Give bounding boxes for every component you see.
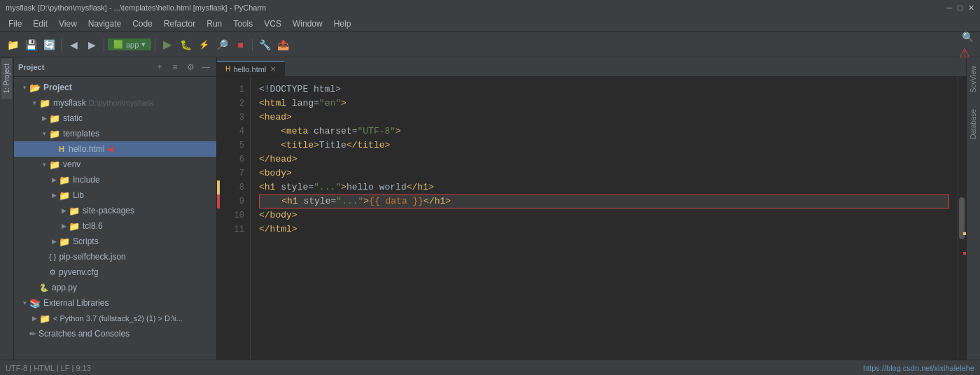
code-token: body — [265, 167, 286, 181]
code-line-6: </head> — [259, 153, 949, 167]
tree-item-mysflask[interactable]: ▾ 📁 mysflask D:\python\mysflask — [14, 95, 216, 111]
profile-btn[interactable]: 🔎 — [214, 36, 230, 53]
editor-tab-hello-html[interactable]: H hello.html ✕ — [217, 61, 285, 76]
tree-item-lib[interactable]: ▶ 📁 Lib — [14, 188, 216, 203]
tree-item-scripts[interactable]: ▶ 📁 Scripts — [14, 234, 216, 249]
tree-item-pyvenv-cfg[interactable]: ⚙ pyvenv.cfg — [14, 264, 216, 280]
run-btn[interactable]: ▶ — [159, 36, 176, 53]
maximize-btn[interactable]: □ — [958, 3, 962, 13]
code-token: > — [286, 111, 292, 125]
code-token: > — [445, 194, 451, 208]
code-token: < — [259, 97, 265, 111]
minimize-btn[interactable]: ─ — [947, 3, 953, 13]
gutter-line5 — [217, 139, 223, 153]
menu-help[interactable]: Help — [328, 17, 357, 30]
coverage-btn[interactable]: ⚡ — [195, 36, 212, 53]
tree-item-scratches[interactable]: ✏ Scratches and Consoles — [14, 326, 216, 341]
tree-item-pip-json[interactable]: { } pip-selfcheck.json — [14, 249, 216, 264]
tools-icon[interactable]: 🔧 — [256, 36, 273, 53]
back-icon[interactable]: ◀ — [65, 36, 82, 53]
project-icon[interactable]: 📁 — [4, 36, 21, 53]
menu-refactor[interactable]: Refactor — [158, 17, 201, 30]
right-tabs: ScvView Database — [966, 57, 980, 360]
tree-item-project[interactable]: ▾ 📂 Project — [14, 80, 216, 95]
scratches-icon: ✏ — [29, 330, 36, 339]
folder-icon: 📁 — [59, 236, 70, 247]
menu-run[interactable]: Run — [201, 17, 227, 30]
json-file-icon: { } — [49, 253, 56, 261]
code-token: title — [286, 139, 314, 153]
gutter-line9-mark — [217, 194, 220, 208]
code-token: < — [259, 111, 265, 125]
run-config-dropdown[interactable]: 🟩 app ▾ — [108, 38, 151, 50]
tree-item-static[interactable]: ▶ 📁 static — [14, 111, 216, 126]
search-everywhere-icon[interactable]: 🔍 — [959, 29, 976, 45]
tree-label: Lib — [73, 190, 84, 200]
tree-item-python37[interactable]: ▶ 📁 < Python 3.7 (fullstack_s2) (1) > D:… — [14, 311, 216, 326]
code-token: style — [275, 181, 308, 194]
tree-item-include[interactable]: ▶ 📁 Include — [14, 172, 216, 188]
tree-label: pyvenv.cfg — [59, 267, 98, 277]
sidebar-add-btn[interactable]: + — [153, 61, 166, 73]
tree-item-templates[interactable]: ▾ 📁 templates — [14, 126, 216, 141]
arrow-icon: ▶ — [59, 207, 69, 214]
code-token: </ — [259, 208, 270, 222]
toolbar-sep3 — [155, 38, 155, 51]
tab-close-icon[interactable]: ✕ — [270, 65, 276, 73]
tree-item-tcl[interactable]: ▶ 📁 tcl8.6 — [14, 218, 216, 234]
sidebar-minimize-btn[interactable]: — — [200, 61, 212, 73]
forward-icon[interactable]: ▶ — [83, 36, 100, 53]
sidebar-settings-btn[interactable]: ⚙ — [184, 61, 197, 73]
tree-item-app-py[interactable]: 🐍 app.py — [14, 280, 216, 295]
save-icon[interactable]: 💾 — [22, 36, 39, 53]
selection-arrow-icon: ◀ — [107, 144, 113, 154]
notification-icon[interactable]: ⚠ — [959, 46, 970, 60]
menu-navigate[interactable]: Navigate — [83, 17, 127, 30]
sidebar-collapse-btn[interactable]: ≡ — [169, 61, 181, 73]
database-tab[interactable]: Database — [968, 104, 979, 145]
code-line-4: <meta charset="UTF-8"> — [259, 125, 949, 139]
tree-label: tcl8.6 — [83, 221, 103, 231]
code-token: h1 — [287, 194, 298, 208]
line-num-6: 6 — [223, 153, 250, 167]
menu-window[interactable]: Window — [287, 17, 328, 30]
code-token: html — [270, 222, 292, 236]
line-num-9: 9 — [223, 194, 250, 208]
tree-item-site-packages[interactable]: ▶ 📁 site-packages — [14, 203, 216, 218]
folder-icon: 📁 — [59, 190, 70, 201]
statusbar-url: https://blog.csdn.net/xixihalelehe — [863, 364, 974, 372]
code-token: "en" — [319, 97, 341, 111]
arrow-icon: ▾ — [20, 84, 29, 91]
menu-vcs[interactable]: VCS — [258, 17, 287, 30]
tree-item-external-libs[interactable]: ▾ 📚 External Libraries — [14, 295, 216, 311]
code-token: {{ data }} — [369, 194, 424, 208]
menu-code[interactable]: Code — [127, 17, 158, 30]
code-editor[interactable]: 1 2 3 4 5 6 7 8 9 10 11 <!DOCTYPE html> — [217, 77, 966, 360]
code-token: > — [385, 139, 391, 153]
code-token: > — [363, 194, 369, 208]
menu-tools[interactable]: Tools — [227, 17, 258, 30]
stop-btn[interactable]: ■ — [232, 36, 248, 53]
cfg-file-icon: ⚙ — [49, 268, 56, 277]
sync-icon[interactable]: 🔄 — [41, 36, 57, 53]
menu-view[interactable]: View — [53, 17, 83, 30]
close-btn[interactable]: ✕ — [968, 3, 974, 13]
code-token: < — [259, 167, 265, 181]
deploy-icon[interactable]: 📤 — [274, 36, 291, 53]
code-content[interactable]: <!DOCTYPE html> <html lang="en"> <head> … — [251, 77, 958, 360]
tree-item-hello-html[interactable]: H hello.html ◀ — [14, 141, 216, 157]
tree-label: templates — [63, 129, 99, 139]
tree-item-venv[interactable]: ▾ 📁 venv — [14, 157, 216, 172]
tree-label: static — [63, 113, 83, 123]
scvview-tab[interactable]: ScvView — [968, 60, 979, 98]
scrollbar-area[interactable] — [958, 77, 966, 360]
tree-label: app.py — [52, 283, 77, 292]
folder-icon: 📁 — [69, 206, 80, 216]
menu-edit[interactable]: Edit — [27, 17, 53, 30]
debug-btn[interactable]: 🐛 — [177, 36, 194, 53]
code-token: = — [308, 181, 314, 194]
arrow-icon: ▾ — [29, 99, 39, 106]
menu-file[interactable]: File — [3, 17, 27, 30]
project-panel-tab[interactable]: 1: Project — [1, 57, 12, 99]
code-token: lang — [286, 97, 314, 111]
